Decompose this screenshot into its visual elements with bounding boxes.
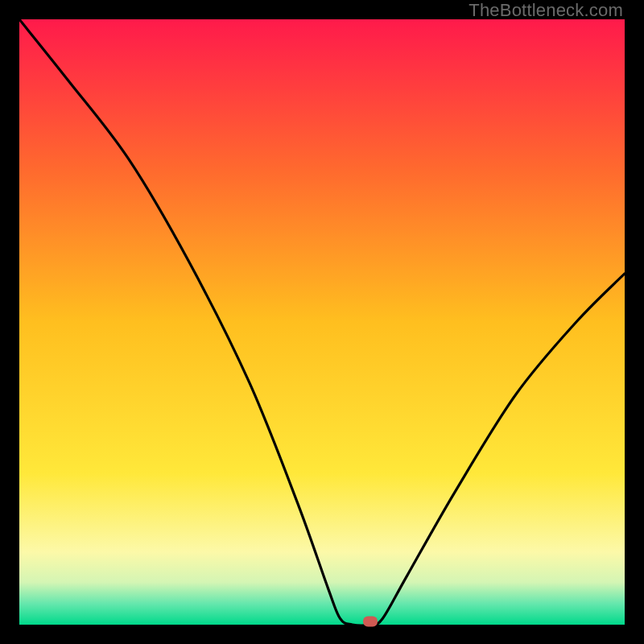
gradient-background	[19, 19, 625, 625]
watermark-label: TheBottleneck.com	[469, 0, 623, 21]
optimum-marker-icon	[363, 617, 378, 627]
chart-frame	[19, 19, 625, 625]
bottleneck-chart	[19, 19, 625, 625]
